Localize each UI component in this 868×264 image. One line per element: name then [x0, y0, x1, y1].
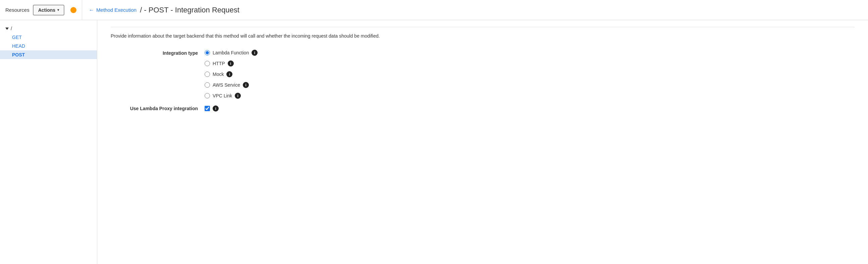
back-link[interactable]: ← Method Execution: [89, 7, 136, 13]
radio-aws-service-label: AWS Service: [213, 82, 240, 88]
actions-label: Actions: [38, 7, 55, 13]
caret-icon: ▾: [57, 8, 59, 12]
mock-info-icon[interactable]: i: [226, 71, 232, 77]
form-section: Integration type Lambda Function i HTTP …: [111, 50, 855, 111]
radio-group: Lambda Function i HTTP i Mock i: [205, 50, 257, 99]
sidebar-item-root[interactable]: /: [0, 24, 97, 33]
radio-http-input[interactable]: [205, 61, 210, 66]
radio-vpc-link-label: VPC Link: [213, 93, 232, 99]
radio-vpc-link-input[interactable]: [205, 93, 210, 99]
description-text: Provide information about the target bac…: [111, 33, 855, 39]
sidebar-item-head[interactable]: HEAD: [0, 42, 97, 50]
radio-mock[interactable]: Mock i: [205, 71, 257, 77]
arrow-left-icon: ←: [89, 7, 94, 13]
integration-type-label: Integration type: [111, 50, 205, 56]
radio-vpc-link[interactable]: VPC Link i: [205, 93, 257, 99]
radio-http-label: HTTP: [213, 61, 225, 66]
sidebar-root-label: /: [11, 26, 12, 31]
back-link-label: Method Execution: [96, 7, 136, 13]
radio-lambda-label: Lambda Function: [213, 50, 249, 55]
aws-service-info-icon[interactable]: i: [243, 82, 249, 88]
vpc-link-info-icon[interactable]: i: [235, 93, 241, 99]
radio-lambda-input[interactable]: [205, 50, 210, 55]
main-area: / GET HEAD POST Provide information abou…: [0, 20, 868, 264]
radio-http[interactable]: HTTP i: [205, 60, 257, 67]
radio-mock-input[interactable]: [205, 72, 210, 77]
header-bar: Resources Actions ▾ ← Method Execution /…: [0, 0, 868, 20]
sidebar-post-label: POST: [12, 52, 25, 57]
resources-label: Resources: [5, 7, 30, 13]
proxy-checkbox[interactable]: [205, 106, 210, 111]
triangle-icon: [5, 28, 9, 30]
sidebar-get-label: GET: [12, 34, 22, 40]
top-divider: [111, 27, 855, 27]
page-title: / - POST - Integration Request: [140, 6, 240, 15]
proxy-row: Use Lambda Proxy integration i: [111, 105, 855, 111]
sidebar-item-get[interactable]: GET: [0, 33, 97, 42]
http-info-icon[interactable]: i: [228, 60, 234, 67]
lambda-info-icon[interactable]: i: [252, 50, 257, 56]
sidebar-item-post[interactable]: POST: [0, 50, 97, 59]
radio-mock-label: Mock: [213, 72, 224, 77]
proxy-label: Use Lambda Proxy integration: [111, 106, 205, 111]
proxy-info-icon[interactable]: i: [213, 105, 219, 111]
integration-type-row: Integration type Lambda Function i HTTP …: [111, 50, 855, 99]
header-right: ← Method Execution / - POST - Integratio…: [82, 6, 868, 15]
sidebar: / GET HEAD POST: [0, 20, 97, 264]
content-panel: Provide information about the target bac…: [97, 20, 868, 264]
radio-lambda[interactable]: Lambda Function i: [205, 50, 257, 56]
header-left: Resources Actions ▾: [0, 0, 82, 20]
actions-button[interactable]: Actions ▾: [33, 5, 64, 16]
sidebar-head-label: HEAD: [12, 43, 25, 49]
radio-aws-service[interactable]: AWS Service i: [205, 82, 257, 88]
status-dot: [70, 7, 76, 13]
radio-aws-service-input[interactable]: [205, 82, 210, 88]
